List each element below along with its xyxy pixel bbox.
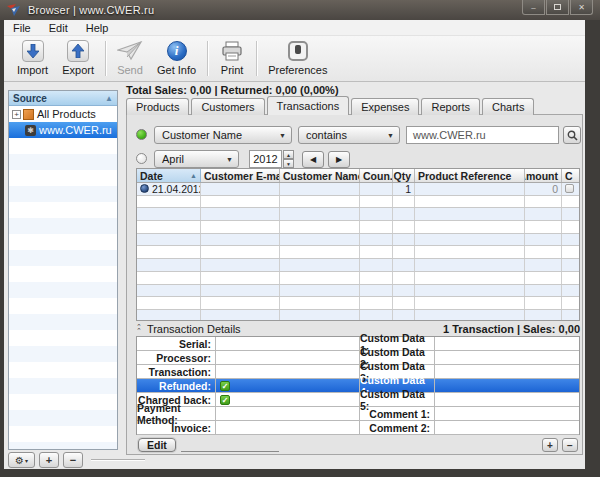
- details-row-invoice[interactable]: Invoice:Comment 2:: [137, 421, 579, 435]
- import-button[interactable]: Import: [10, 36, 55, 81]
- next-period-button[interactable]: ▶: [328, 151, 350, 168]
- search-filter-radio[interactable]: [136, 129, 147, 140]
- field-value: [216, 351, 360, 364]
- details-row-transaction[interactable]: Transaction:Custom Data 3:: [137, 365, 579, 379]
- table-row-empty[interactable]: [137, 196, 579, 209]
- empty-cell: [137, 297, 201, 309]
- details-row-processor[interactable]: Processor:Custom Data 2:: [137, 351, 579, 365]
- empty-cell: [360, 285, 393, 297]
- field-value: [435, 351, 579, 364]
- tab-customers[interactable]: Customers: [191, 98, 264, 115]
- print-label: Print: [221, 64, 244, 76]
- transactions-table: Date ▲ Customer E-mail Customer Name Cou…: [136, 168, 580, 321]
- month-select[interactable]: April ▼: [154, 150, 239, 168]
- search-button[interactable]: [563, 126, 581, 144]
- actions-gear-button[interactable]: ⚙▾: [8, 452, 35, 468]
- collapse-chevrons-icon[interactable]: ⌃⌃: [136, 325, 142, 333]
- close-button[interactable]: ✕: [570, 0, 593, 15]
- table-row-empty[interactable]: [137, 272, 579, 285]
- toolbar: Import Export Send i Get Info: [4, 36, 585, 82]
- tab-reports[interactable]: Reports: [421, 98, 480, 115]
- table-row-empty[interactable]: [137, 221, 579, 234]
- table-row-empty[interactable]: [137, 234, 579, 247]
- year-stepper[interactable]: ▲ ▼: [283, 150, 294, 168]
- year-input[interactable]: 2012: [249, 150, 282, 168]
- maximize-button[interactable]: [546, 0, 569, 15]
- empty-cell: [360, 196, 393, 208]
- source-header[interactable]: Source ▲: [9, 91, 117, 106]
- empty-cell: [562, 196, 579, 208]
- edit-button[interactable]: Edit: [138, 438, 176, 452]
- empty-cell: [360, 208, 393, 220]
- preferences-button[interactable]: Preferences: [261, 36, 334, 81]
- customer-email-cell: [201, 183, 280, 195]
- empty-cell: [415, 208, 525, 220]
- table-row-empty[interactable]: [137, 259, 579, 272]
- empty-cell: [201, 297, 280, 309]
- tab-products[interactable]: Products: [126, 98, 189, 115]
- app-logo-icon: [7, 4, 21, 17]
- field-select[interactable]: Customer Name ▼: [154, 126, 292, 144]
- empty-cell: [201, 285, 280, 297]
- add-source-button[interactable]: +: [39, 452, 59, 468]
- titlebar[interactable]: Browser | www.CWER.ru – ✕: [0, 0, 600, 20]
- column-header-customer-email[interactable]: Customer E-mail: [201, 169, 280, 182]
- checked-checkbox-icon[interactable]: ✓: [220, 381, 230, 391]
- remove-source-button[interactable]: −: [63, 452, 83, 468]
- field-value: ✓: [216, 379, 360, 392]
- table-row-empty[interactable]: [137, 285, 579, 298]
- checked-checkbox-icon[interactable]: ✓: [220, 395, 230, 405]
- column-header-country[interactable]: Coun...: [360, 169, 393, 182]
- operator-select[interactable]: contains ▼: [298, 126, 400, 144]
- period-filter-radio[interactable]: [136, 153, 147, 164]
- table-row-empty[interactable]: [137, 310, 579, 321]
- menu-help[interactable]: Help: [77, 20, 118, 35]
- empty-cell: [280, 246, 360, 258]
- empty-cell: [137, 208, 201, 220]
- empty-cell: [280, 285, 360, 297]
- get-info-button[interactable]: i Get Info: [150, 36, 203, 81]
- spin-down-icon[interactable]: ▼: [283, 159, 294, 168]
- empty-cell: [393, 246, 415, 258]
- tab-transactions[interactable]: Transactions: [267, 96, 350, 115]
- menu-file[interactable]: File: [4, 20, 40, 35]
- printer-icon: [221, 39, 243, 63]
- print-button[interactable]: Print: [212, 36, 252, 81]
- table-row-empty[interactable]: [137, 208, 579, 221]
- expander-icon[interactable]: +: [12, 110, 21, 119]
- details-row-refunded[interactable]: Refunded:✓Custom Data 4:: [137, 379, 579, 393]
- details-row-payment-method[interactable]: Payment Method:Comment 1:: [137, 407, 579, 421]
- minimize-button[interactable]: –: [522, 0, 545, 15]
- send-button[interactable]: Send: [110, 36, 150, 81]
- empty-cell: [201, 196, 280, 208]
- export-button[interactable]: Export: [55, 36, 101, 81]
- switch-icon: [288, 41, 308, 61]
- main-tabs: Products Customers Transactions Expenses…: [126, 96, 536, 115]
- column-header-customer-name[interactable]: Customer Name: [280, 169, 360, 182]
- splitter-handle[interactable]: [91, 459, 145, 461]
- menu-edit[interactable]: Edit: [40, 20, 77, 35]
- column-header-date[interactable]: Date ▲: [137, 169, 201, 182]
- remove-transaction-button[interactable]: −: [562, 438, 578, 452]
- field-label: Comment 1:: [360, 407, 435, 420]
- table-row[interactable]: 21.04.2012 1 0: [137, 183, 579, 196]
- empty-cell: [137, 259, 201, 271]
- column-header-product-reference[interactable]: Product Reference: [415, 169, 525, 182]
- column-header-qty[interactable]: Qty: [393, 169, 415, 182]
- tab-expenses[interactable]: Expenses: [351, 98, 419, 115]
- column-header-amount[interactable]: Amount: [525, 169, 562, 182]
- sidebar-item-cwer[interactable]: ✱ www.CWER.ru: [9, 122, 117, 138]
- spin-up-icon[interactable]: ▲: [283, 150, 294, 159]
- table-row-empty[interactable]: [137, 246, 579, 259]
- add-transaction-button[interactable]: +: [542, 438, 558, 452]
- search-icon: [567, 130, 578, 141]
- table-row-empty[interactable]: [137, 297, 579, 310]
- search-query-input[interactable]: www.CWER.ru: [406, 126, 559, 144]
- prev-period-button[interactable]: ◀: [302, 151, 324, 168]
- details-row-serial[interactable]: Serial:Custom Data 1:: [137, 337, 579, 351]
- sidebar-item-all-products[interactable]: + All Products: [9, 106, 117, 122]
- get-info-label: Get Info: [157, 64, 196, 76]
- column-header-c[interactable]: C: [562, 169, 579, 182]
- row-checkbox[interactable]: [565, 184, 574, 193]
- tab-charts[interactable]: Charts: [482, 98, 534, 115]
